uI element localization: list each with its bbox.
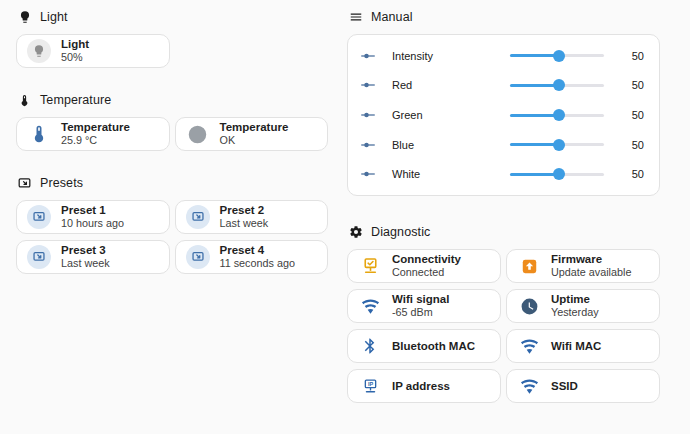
slider-value: 50 — [612, 139, 644, 151]
device-page: Light Light 50% Temperature — [0, 0, 690, 434]
slider-thumb[interactable] — [553, 79, 565, 91]
presets-section-title: Presets — [40, 176, 83, 190]
temperature-status-value: OK — [220, 134, 289, 147]
blue-slider[interactable] — [510, 138, 604, 152]
preset-timestamp: Last week — [220, 217, 269, 230]
svg-text:IP: IP — [367, 380, 373, 386]
wifi-mac-title: Wifi MAC — [551, 339, 601, 353]
firmware-title: Firmware — [551, 252, 631, 266]
firmware-card[interactable]: Firmware Update available — [506, 249, 660, 283]
preset-monitor-icon — [17, 176, 32, 191]
slider-thumb[interactable] — [553, 50, 565, 62]
slider-label: Green — [392, 109, 510, 121]
clock-icon — [517, 297, 541, 316]
slider-thumb[interactable] — [553, 168, 565, 180]
lightbulb-icon — [17, 10, 32, 25]
slider-row-red: Red 50 — [359, 71, 644, 101]
wifi-signal-card[interactable]: Wifi signal -65 dBm — [347, 289, 501, 323]
temperature-section-header: Temperature — [17, 92, 328, 108]
firmware-state: Update available — [551, 266, 631, 279]
temperature-sensor-card[interactable]: Temperature 25.9 °C — [16, 117, 170, 151]
tune-icon — [359, 47, 379, 65]
slider-value: 50 — [612, 109, 644, 121]
ssid-card[interactable]: SSID — [506, 369, 660, 403]
preset-title: Preset 4 — [220, 243, 295, 257]
uptime-value: Yesterday — [551, 306, 599, 319]
lightbulb-icon — [27, 39, 51, 63]
bluetooth-mac-card[interactable]: Bluetooth MAC — [347, 329, 501, 363]
package-up-icon — [517, 257, 541, 276]
wifi-signal-title: Wifi signal — [392, 292, 449, 306]
slider-row-blue: Blue 50 — [359, 130, 644, 160]
white-slider[interactable] — [510, 167, 604, 181]
wifi-signal-value: -65 dBm — [392, 306, 449, 319]
wifi-mac-card[interactable]: Wifi MAC — [506, 329, 660, 363]
preset-3-button[interactable]: Preset 3 Last week — [16, 240, 170, 274]
preset-monitor-icon — [27, 245, 51, 269]
slider-row-white: White 50 — [359, 159, 644, 189]
temperature-status-title: Temperature — [220, 120, 289, 134]
ip-network-icon: IP — [358, 377, 382, 396]
preset-2-button[interactable]: Preset 2 Last week — [175, 200, 329, 234]
slider-label: Red — [392, 79, 510, 91]
slider-label: Blue — [392, 139, 510, 151]
preset-timestamp: 11 seconds ago — [220, 257, 295, 270]
light-section-title: Light — [40, 10, 68, 24]
tune-icon — [359, 106, 379, 124]
ip-address-card[interactable]: IP IP address — [347, 369, 501, 403]
temperature-status-card[interactable]: Temperature OK — [175, 117, 329, 151]
preset-title: Preset 1 — [61, 203, 124, 217]
wifi-icon — [517, 337, 541, 356]
ip-address-title: IP address — [392, 379, 450, 393]
intensity-slider[interactable] — [510, 49, 604, 63]
preset-title: Preset 2 — [220, 203, 269, 217]
tune-icon — [359, 165, 379, 183]
slider-value: 50 — [612, 79, 644, 91]
wifi-icon — [358, 297, 382, 316]
temperature-card-title: Temperature — [61, 120, 130, 134]
manual-sliders-card: Intensity 50 Red 50 Green 50 — [347, 34, 660, 196]
slider-row-intensity: Intensity 50 — [359, 41, 644, 71]
preset-monitor-icon — [27, 205, 51, 229]
connectivity-title: Connectivity — [392, 252, 461, 266]
light-card[interactable]: Light 50% — [16, 34, 170, 68]
temperature-section-title: Temperature — [40, 93, 111, 107]
manual-section-header: Manual — [348, 9, 660, 25]
thermometer-icon — [17, 93, 32, 108]
slider-row-green: Green 50 — [359, 100, 644, 130]
preset-timestamp: Last week — [61, 257, 110, 270]
slider-thumb[interactable] — [553, 139, 565, 151]
preset-1-button[interactable]: Preset 1 10 hours ago — [16, 200, 170, 234]
connectivity-card[interactable]: Connectivity Connected — [347, 249, 501, 283]
slider-value: 50 — [612, 168, 644, 180]
light-section-header: Light — [17, 9, 328, 25]
tune-icon — [359, 76, 379, 94]
red-slider[interactable] — [510, 78, 604, 92]
tune-icon — [359, 136, 379, 154]
menu-icon — [348, 10, 363, 25]
left-column: Light Light 50% Temperature — [16, 9, 328, 434]
light-card-state: 50% — [61, 51, 89, 64]
bluetooth-mac-title: Bluetooth MAC — [392, 339, 475, 353]
diagnostic-section-title: Diagnostic — [371, 225, 430, 239]
wifi-icon — [517, 377, 541, 396]
right-column: Manual Intensity 50 Red 50 — [347, 9, 660, 434]
ssid-title: SSID — [551, 379, 578, 393]
preset-4-button[interactable]: Preset 4 11 seconds ago — [175, 240, 329, 274]
preset-title: Preset 3 — [61, 243, 110, 257]
light-card-title: Light — [61, 37, 89, 51]
preset-monitor-icon — [186, 245, 210, 269]
gear-icon — [348, 225, 363, 240]
slider-thumb[interactable] — [553, 109, 565, 121]
uptime-card[interactable]: Uptime Yesterday — [506, 289, 660, 323]
slider-value: 50 — [612, 50, 644, 62]
lan-check-icon — [358, 256, 382, 277]
slider-label: White — [392, 168, 510, 180]
slider-label: Intensity — [392, 50, 510, 62]
diagnostic-section-header: Diagnostic — [348, 224, 660, 240]
preset-timestamp: 10 hours ago — [61, 217, 124, 230]
uptime-title: Uptime — [551, 292, 599, 306]
green-slider[interactable] — [510, 108, 604, 122]
bluetooth-icon — [358, 337, 382, 355]
temperature-card-value: 25.9 °C — [61, 134, 130, 147]
